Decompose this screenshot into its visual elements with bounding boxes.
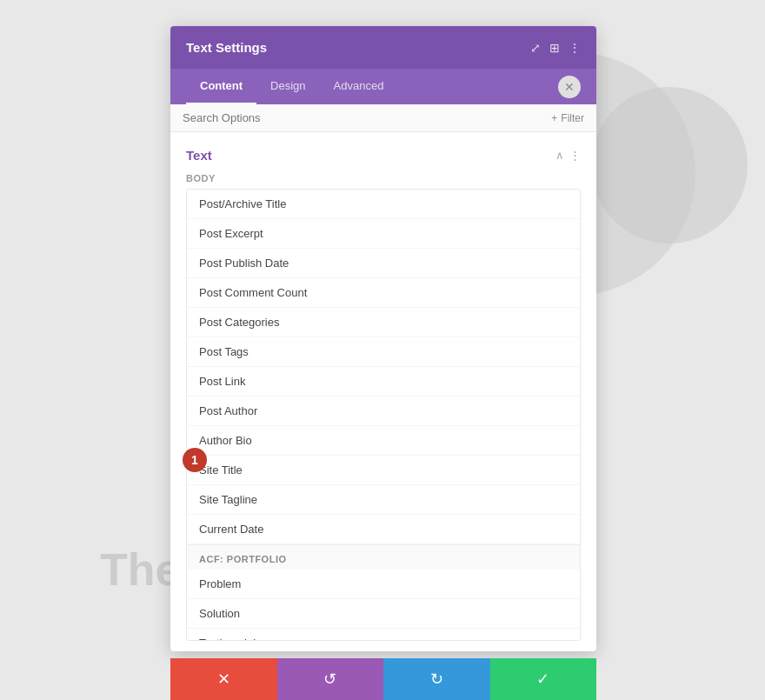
tab-content[interactable]: Content: [186, 69, 256, 104]
panel-header: Text Settings ⤢ ⊞ ⋮: [170, 26, 596, 69]
close-button[interactable]: ✕: [558, 76, 581, 98]
section-header: Text ∧ ⋮: [186, 143, 581, 170]
section-controls: ∧ ⋮: [555, 149, 581, 162]
list-item[interactable]: Post Link: [187, 367, 580, 397]
list-item[interactable]: Post Tags: [187, 337, 580, 367]
list-item[interactable]: Site Tagline: [187, 485, 580, 515]
collapse-icon[interactable]: ∧: [555, 149, 564, 162]
list-item-problem[interactable]: Problem: [187, 570, 580, 599]
filter-icon: +: [551, 112, 557, 124]
undo-button[interactable]: ↺: [277, 658, 384, 700]
list-item[interactable]: Post/Archive Title: [187, 190, 580, 219]
acf-section-label: ACF: Portfolio: [187, 544, 580, 570]
filter-label: Filter: [561, 112, 584, 124]
cancel-button[interactable]: ✕: [170, 658, 277, 700]
content-area: Text ∧ ⋮ Body Post/Archive Title Post Ex…: [170, 132, 596, 651]
search-bar: + Filter: [170, 104, 596, 132]
panel-title: Text Settings: [186, 40, 267, 55]
section-title: Text: [186, 148, 212, 163]
options-list: Post/Archive Title Post Excerpt Post Pub…: [186, 189, 581, 641]
body-label: Body: [186, 170, 581, 189]
more-icon[interactable]: ⋮: [569, 41, 581, 55]
list-item[interactable]: Post Comment Count: [187, 278, 580, 308]
list-item[interactable]: Post Categories: [187, 308, 580, 337]
text-settings-panel: Text Settings ⤢ ⊞ ⋮ Content Design Advan…: [170, 26, 596, 651]
list-item[interactable]: Testimonial: [187, 629, 580, 641]
list-item-post-author[interactable]: Post Author: [187, 397, 580, 426]
bottom-toolbar: ✕ ↺ ↻ ✓: [170, 658, 596, 700]
tabs-bar: Content Design Advanced ✕: [170, 69, 596, 104]
badge-number: 1: [183, 448, 207, 472]
header-icons: ⤢ ⊞ ⋮: [530, 41, 581, 55]
list-item[interactable]: Current Date: [187, 515, 580, 544]
search-input[interactable]: [183, 111, 551, 124]
section-more-icon[interactable]: ⋮: [569, 149, 581, 162]
tab-advanced[interactable]: Advanced: [320, 69, 398, 104]
list-item[interactable]: Site Title: [187, 456, 580, 485]
save-button[interactable]: ✓: [490, 658, 597, 700]
bg-circle-small: [591, 87, 748, 243]
list-item-author-bio[interactable]: Author Bio: [187, 426, 580, 456]
tab-design[interactable]: Design: [256, 69, 319, 104]
list-item[interactable]: Solution: [187, 599, 580, 629]
list-item[interactable]: Post Publish Date: [187, 249, 580, 278]
redo-button[interactable]: ↻: [383, 658, 490, 700]
filter-button[interactable]: + Filter: [551, 112, 584, 124]
list-item[interactable]: Post Excerpt: [187, 219, 580, 249]
expand-icon[interactable]: ⤢: [530, 41, 541, 55]
layout-icon[interactable]: ⊞: [549, 41, 560, 55]
